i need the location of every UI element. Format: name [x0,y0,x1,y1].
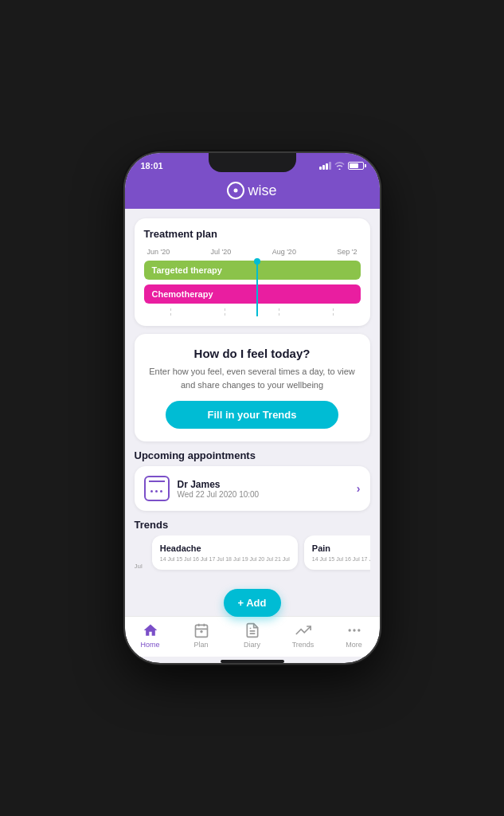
trend-title-headache: Headache [160,543,290,553]
svg-point-10 [353,629,355,631]
calendar-icon [144,476,170,501]
nav-label-plan: Plan [193,641,208,649]
phone-frame: 18:01 wise [125,153,380,663]
treatment-plan-card: Treatment plan Jun '20 Jul '20 Aug '20 S… [135,218,370,326]
add-button[interactable]: + Add [224,589,281,617]
timeline-labels: Jun '20 Jul '20 Aug '20 Sep '2 [144,248,361,256]
timeline-line [256,261,258,316]
plan-icon [193,622,210,639]
therapy-bar-chemo: Chemotherapy [144,284,361,304]
trends-left-label: Jul [135,563,143,570]
nav-label-more: More [346,641,362,649]
bottom-nav: Home Plan [125,616,380,657]
wifi-icon [334,162,345,170]
scroll-area[interactable]: Treatment plan Jun '20 Jul '20 Aug '20 S… [125,209,380,616]
timeline-label-2: Aug '20 [272,248,296,256]
therapy-bar-targeted: Targeted therapy [144,261,361,280]
timeline-label-3: Sep '2 [337,248,357,256]
nav-label-trends: Trends [292,641,315,649]
nav-label-diary: Diary [244,641,260,649]
appointment-date: Wed 22 Jul 2020 10:00 [178,490,349,499]
diary-icon [244,622,261,639]
fill-trends-button[interactable]: Fill in your Trends [166,401,339,429]
battery-icon [348,162,364,170]
home-indicator [221,660,284,663]
nav-item-more[interactable]: More [329,622,380,649]
dashed-line-4 [333,308,334,316]
treatment-plan-title: Treatment plan [144,228,361,240]
appointments-section: Upcoming appointments Dr James Wed 22 Ju… [135,449,370,511]
appointment-item[interactable]: Dr James Wed 22 Jul 2020 10:00 › [135,466,370,511]
status-time: 18:01 [141,161,163,171]
feel-today-card: How do I feel today? Enter how you feel,… [135,334,370,441]
logo-icon [227,182,244,199]
dashed-line-2 [225,308,225,316]
chevron-right-icon: › [357,482,361,495]
trends-icon [295,622,312,639]
trend-dates-headache: 14 Jul 15 Jul 16 Jul 17 Jul 18 Jul 19 Ju… [160,556,290,562]
svg-point-11 [357,629,360,631]
home-icon [142,622,159,639]
app-logo: wise [227,182,276,199]
more-icon [346,622,363,639]
trends-scroll[interactable]: Jul Headache 14 Jul 15 Jul 16 Jul 17 Jul… [135,536,370,573]
appointments-title: Upcoming appointments [135,449,370,461]
dashed-lines [144,308,361,316]
signal-icon [319,162,331,170]
timeline-wrap: Targeted therapy Chemotherapy [144,261,361,316]
timeline-label-0: Jun '20 [147,248,170,256]
phone-screen: 18:01 wise [125,153,380,663]
nav-item-diary[interactable]: Diary [227,622,278,649]
appointment-info: Dr James Wed 22 Jul 2020 10:00 [178,479,349,499]
nav-item-plan[interactable]: Plan [176,622,227,649]
trend-dates-pain: 14 Jul 15 Jul 16 Jul 17 Jul [312,556,370,562]
dashed-line-1 [170,308,171,316]
trend-card-pain[interactable]: Pain 14 Jul 15 Jul 16 Jul 17 Jul [304,536,370,570]
notch [209,153,296,172]
dashed-line-3 [279,308,279,316]
calendar-dots [150,490,162,492]
nav-item-home[interactable]: Home [125,622,176,649]
svg-point-9 [348,629,350,631]
feel-today-title: How do I feel today? [144,347,361,360]
nav-item-trends[interactable]: Trends [278,622,329,649]
timeline-label-1: Jul '20 [211,248,232,256]
timeline-dot [254,258,260,265]
status-icons [319,162,364,170]
trends-section: Trends Jul Headache 14 Jul 15 Jul 16 Jul… [135,519,370,573]
logo-text: wise [248,182,276,199]
app-header: wise [125,175,380,209]
trend-title-pain: Pain [312,543,370,553]
feel-today-desc: Enter how you feel, even several times a… [144,365,361,391]
doctor-name: Dr James [178,479,349,490]
trends-title: Trends [135,519,370,531]
nav-label-home: Home [140,641,159,649]
trend-card-headache[interactable]: Headache 14 Jul 15 Jul 16 Jul 17 Jul 18 … [152,536,298,570]
